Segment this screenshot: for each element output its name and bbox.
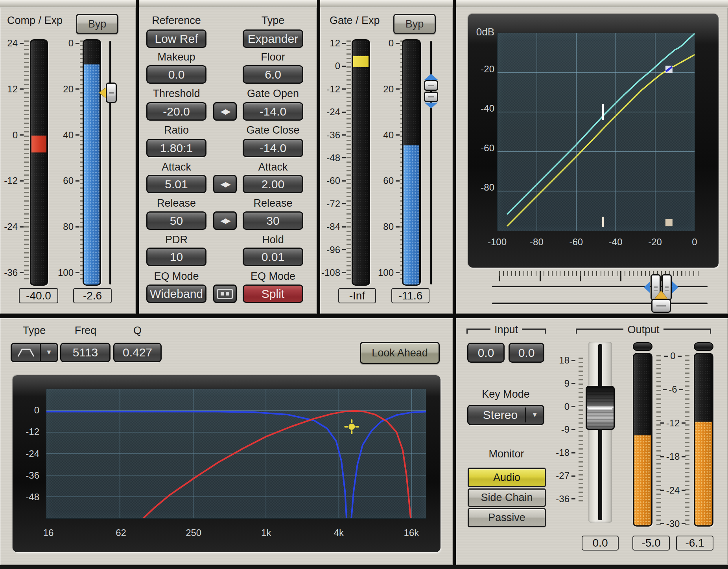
threshold-marker[interactable] — [602, 104, 604, 120]
scale-label: 0 — [13, 130, 24, 140]
comp-threshold-handle[interactable] — [99, 83, 118, 103]
gate-range-slider[interactable] — [423, 41, 439, 284]
scale-label: 40 — [383, 130, 400, 140]
scale-label: -18 — [660, 452, 686, 462]
scale-label: -100 — [483, 237, 511, 247]
scale-label: -6 — [663, 384, 683, 395]
range-grip-bottom — [424, 92, 438, 102]
gate-eq-mode-button[interactable]: Split — [243, 284, 303, 303]
gate-open-value-button[interactable]: -14.0 — [243, 102, 303, 121]
release-link-button[interactable]: ◀▶ — [213, 211, 237, 230]
hold-value-button[interactable]: 0.01 — [243, 248, 303, 266]
transfer-graph-surface[interactable] — [498, 33, 695, 231]
input-group-header: Input — [466, 324, 546, 336]
comp-attack-value-button[interactable]: 5.01 — [146, 175, 206, 193]
reference-value-button[interactable]: Low Ref — [146, 29, 206, 48]
io-panel: Input 0.0 0.0 Key Mode Stereo ▼ Monitor … — [456, 318, 728, 565]
comp-threshold-track — [109, 41, 111, 284]
output-left-meter-fill — [634, 435, 651, 525]
transfer-y-scale: -20-40-60-80 — [467, 64, 494, 193]
scale-label: -27 — [556, 471, 575, 481]
gate-level-meter-fill — [353, 56, 369, 67]
threshold-grip — [106, 83, 117, 103]
left-right-arrows-icon: ◀▶ — [220, 107, 229, 116]
scale-label: -36 — [4, 268, 24, 278]
param-label: EQ Mode — [243, 270, 303, 283]
input-left-value[interactable]: 0.0 — [467, 343, 505, 363]
gate-attack-value-button[interactable]: 2.00 — [243, 175, 303, 193]
scale-label: 60 — [383, 176, 400, 186]
key-mode-dropdown[interactable]: Stereo ▼ — [467, 405, 544, 425]
graph-threshold-slider[interactable] — [492, 291, 708, 316]
threshold-value-button[interactable]: -20.0 — [146, 102, 206, 121]
scale-label: -72 — [326, 199, 346, 209]
gate-close-value-button[interactable]: -14.0 — [243, 139, 303, 157]
comp-release-value-button[interactable]: 50 — [146, 211, 206, 230]
comp-eq-mode-button[interactable]: Wideband — [146, 284, 206, 303]
param-label: Release — [146, 197, 206, 209]
scale-label: 250 — [180, 528, 207, 538]
eq-mode-link-button[interactable] — [213, 284, 237, 303]
range-grip-top — [424, 80, 438, 91]
attack-link-button[interactable]: ◀▶ — [213, 175, 237, 193]
output-fader-handle[interactable] — [586, 386, 615, 430]
param-label: Reference — [146, 15, 206, 27]
gate-level-ticks — [346, 40, 351, 282]
freq-value-button[interactable]: 5113 — [60, 343, 111, 362]
eq-plot — [46, 389, 426, 519]
param-label: Makeup — [146, 51, 206, 63]
monitor-side-chain-button[interactable]: Side Chain — [468, 488, 546, 507]
scale-label: 0 — [68, 38, 79, 48]
filter-type-dropdown[interactable]: ▼ — [41, 343, 58, 362]
band-pass-curve — [140, 411, 411, 518]
makeup-value-button[interactable]: 0.0 — [146, 65, 206, 84]
bandpass-curve-icon — [17, 347, 35, 358]
scale-label: 0 — [34, 405, 39, 415]
sidechain-eq-panel: Type ▼ Freq 5113 Q 0.427 Look Ahead 0-12… — [0, 318, 453, 565]
transfer-x-scale: -100-80-60-40-200 — [483, 237, 708, 248]
comp-threshold-slider[interactable] — [99, 41, 118, 284]
comp-level-meter — [30, 39, 48, 286]
q-value-button[interactable]: 0.427 — [113, 343, 162, 362]
comp-bypass-button[interactable]: Byp — [76, 14, 118, 34]
fader-readout: 0.0 — [582, 536, 619, 551]
eq-graph-surface[interactable] — [46, 389, 426, 518]
monitor-audio-button[interactable]: Audio — [468, 468, 546, 487]
ratio-value-button[interactable]: 1.80:1 — [146, 139, 206, 157]
right-meter-peak-button[interactable] — [694, 342, 713, 351]
monitor-passive-button[interactable]: Passive — [468, 508, 546, 527]
scale-label: -108 — [321, 268, 346, 278]
threshold-up-arrow-icon — [655, 291, 667, 299]
scale-label: 80 — [383, 222, 400, 232]
floor-value-button[interactable]: 6.0 — [243, 65, 303, 84]
scale-label: -60 — [481, 143, 494, 153]
scale-label: -18 — [556, 448, 575, 458]
graph-threshold-handle[interactable] — [651, 291, 671, 313]
gate-bypass-button[interactable]: Byp — [393, 14, 436, 34]
input-right-value[interactable]: 0.0 — [509, 343, 544, 363]
threshold-link-button[interactable]: ◀▶ — [213, 102, 237, 121]
look-ahead-button[interactable]: Look Ahead — [360, 342, 440, 364]
scale-label: 100 — [58, 268, 79, 278]
filter-type-button[interactable] — [11, 343, 41, 362]
comp-transfer-curve — [507, 55, 695, 226]
bracket-line — [576, 329, 623, 334]
threshold-marker-bottom[interactable] — [602, 217, 604, 227]
type-value-button[interactable]: Expander — [243, 29, 303, 48]
floor-point-handle[interactable] — [665, 219, 673, 226]
pdr-value-button[interactable]: 10 — [146, 248, 206, 266]
scale-label: -36 — [326, 130, 346, 140]
gate-level-readout: -Inf — [338, 288, 376, 303]
gate-level-scale: 120-12-24-36-48-60-72-84-96-108 — [320, 38, 346, 278]
left-meter-peak-button[interactable] — [633, 342, 652, 351]
window-top-strip — [0, 0, 728, 7]
eq-freq-handle[interactable] — [345, 420, 358, 433]
threshold-grip — [651, 299, 671, 313]
scale-label: -24 — [4, 222, 24, 232]
param-label: Ratio — [146, 124, 206, 136]
param-label: EQ Mode — [146, 270, 206, 283]
output-fader[interactable] — [586, 342, 615, 523]
gate-release-value-button[interactable]: 30 — [243, 211, 303, 230]
scale-label: -30 — [660, 519, 686, 529]
gate-range-handle[interactable] — [424, 74, 438, 108]
